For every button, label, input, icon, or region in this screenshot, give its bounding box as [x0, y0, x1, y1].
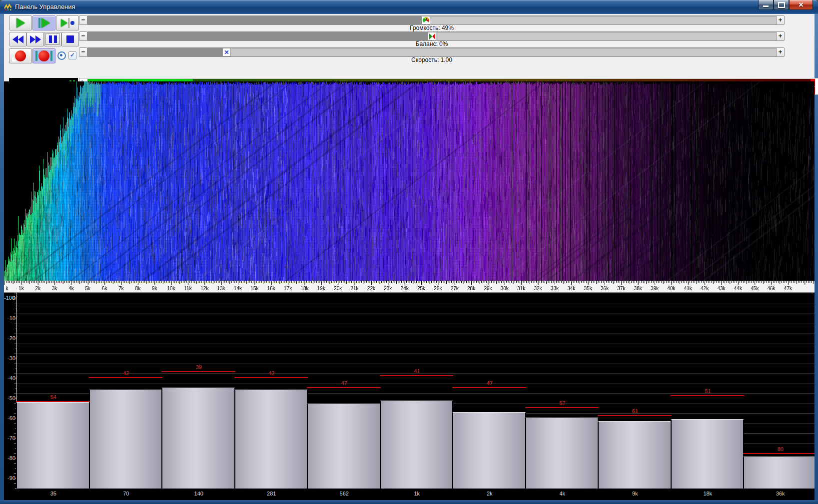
peak-value-label: 80 — [766, 446, 796, 452]
chart-y-tick — [14, 344, 16, 344]
y-axis-label: -100 — [4, 295, 21, 301]
spectrum-bar — [307, 404, 381, 489]
chart-y-tick — [14, 324, 16, 324]
balance-slider-thumb[interactable] — [428, 32, 436, 40]
peak-value-label: 47 — [475, 380, 505, 386]
spectrum-bar — [743, 457, 815, 489]
speed-increase-button[interactable]: + — [776, 47, 785, 57]
chart-y-tick — [15, 389, 16, 389]
spectrum-bar — [525, 418, 599, 489]
record-button[interactable] — [9, 48, 32, 63]
close-button[interactable]: ✕ — [789, 0, 813, 10]
record-bar-right-icon — [50, 51, 52, 61]
volume-increase-button[interactable]: + — [776, 15, 785, 25]
chart-y-tick — [15, 329, 16, 329]
chart-y-tick — [14, 304, 16, 304]
peak-value-label: 47 — [329, 380, 359, 386]
balance-slider-row: − + Баланс: 0% — [75, 31, 785, 47]
y-axis-label: -60 — [4, 415, 15, 421]
play-selection-button[interactable] — [32, 15, 55, 30]
pause-icon — [49, 35, 52, 43]
x-thumb-icon: ✕ — [224, 49, 229, 55]
band-frequency-label: 18k — [688, 491, 728, 497]
peak-value-label: 42 — [111, 370, 141, 376]
rewind-button[interactable] — [9, 32, 26, 46]
marker-dot-icon — [70, 21, 74, 25]
radio-icon[interactable] — [57, 51, 66, 60]
title-bar[interactable]: Панель Управления ✕ — [0, 0, 818, 14]
play-button[interactable] — [9, 15, 32, 30]
spectrogram-canvas — [4, 81, 815, 281]
y-axis-label: -30 — [4, 355, 15, 361]
window-border-bottom — [0, 500, 818, 504]
balance-increase-button[interactable]: + — [776, 31, 785, 41]
spectrum-bar — [380, 401, 454, 489]
band-frequency-label: 36k — [761, 491, 801, 497]
peak-value-label: 42 — [256, 370, 286, 376]
peak-value-label: 61 — [620, 408, 650, 414]
band-frequency-label: 35 — [33, 491, 73, 497]
peak-hold-line — [16, 401, 90, 402]
band-frequency-label: 4k — [542, 491, 582, 497]
band-frequency-label: 9k — [615, 491, 655, 497]
chart-gridline — [17, 364, 815, 364]
band-frequency-label: 70 — [106, 491, 146, 497]
play-to-marker-icon — [61, 19, 67, 27]
chart-y-tick — [14, 374, 16, 374]
spectrum-bar — [671, 419, 745, 489]
marker-line-icon — [68, 18, 69, 28]
chart-y-tick — [14, 394, 16, 394]
play-icon — [16, 18, 25, 28]
volume-slider-thumb[interactable] — [422, 16, 430, 24]
chart-y-tick — [14, 364, 16, 364]
speed-slider-track[interactable]: ✕ — [87, 47, 777, 57]
maximize-button[interactable] — [774, 0, 789, 10]
app-window: Панель Управления ✕ — [0, 0, 818, 504]
chart-gridline — [17, 344, 815, 344]
record-alt-button[interactable] — [32, 48, 55, 63]
band-frequency-label: 2k — [470, 491, 510, 497]
chart-y-tick — [14, 384, 16, 384]
y-axis-label: -10 — [4, 315, 15, 321]
fast-forward-icon — [30, 35, 35, 43]
gauge-icon — [423, 17, 429, 23]
peak-hold-line — [525, 407, 599, 408]
speed-slider-thumb[interactable]: ✕ — [222, 48, 231, 56]
peak-hold-line — [598, 415, 672, 416]
peak-value-label: 39 — [184, 364, 214, 370]
chart-gridline — [17, 304, 815, 304]
volume-slider-track[interactable] — [87, 15, 777, 25]
peak-value-label: 57 — [547, 400, 577, 406]
chart-gridline — [17, 324, 815, 324]
chart-gridline — [17, 384, 815, 384]
y-axis-label: -90 — [4, 475, 15, 481]
chart-y-tick — [15, 489, 16, 489]
chart-y-tick — [14, 314, 16, 314]
speed-decrease-button[interactable]: − — [79, 47, 87, 57]
pause-icon2 — [54, 35, 57, 43]
window-border-left — [0, 14, 4, 500]
balance-decrease-button[interactable]: − — [79, 31, 87, 41]
y-axis-label: -50 — [4, 395, 15, 401]
play-selection-icon — [41, 18, 50, 28]
frequency-ruler — [4, 281, 815, 293]
fast-forward-button[interactable] — [26, 32, 44, 46]
chart-y-tick — [15, 369, 16, 369]
record-icon — [15, 50, 26, 61]
spectrum-bar — [234, 390, 308, 489]
chart-y-tick — [15, 349, 16, 349]
maximize-icon — [778, 2, 785, 8]
chart-gridline — [17, 334, 815, 334]
peak-hold-line — [161, 371, 235, 372]
chart-gridline — [17, 294, 815, 294]
chart-y-tick — [14, 354, 16, 354]
balance-slider-track[interactable] — [87, 31, 777, 41]
peak-hold-line — [671, 395, 745, 396]
page-corner-icon — [12, 57, 16, 61]
volume-slider-fill — [88, 16, 426, 24]
record-bar-left-icon — [35, 51, 37, 61]
minimize-button[interactable] — [758, 0, 774, 10]
volume-decrease-button[interactable]: − — [79, 15, 87, 25]
pause-button[interactable] — [44, 32, 61, 46]
y-axis-label: -80 — [4, 455, 15, 461]
